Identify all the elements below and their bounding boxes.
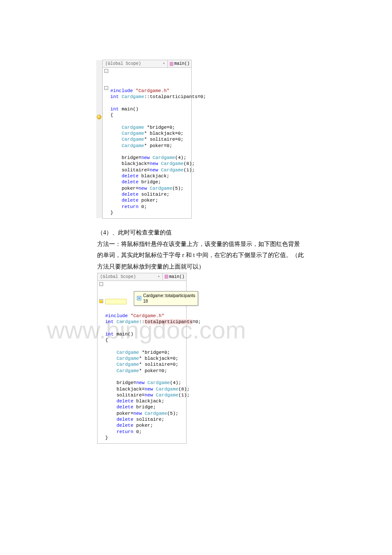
scope-bar: (Global Scope) ▾ main() bbox=[98, 273, 186, 281]
scope-label: (Global Scope) bbox=[105, 61, 141, 66]
scope-dropdown[interactable]: (Global Scope) ▾ bbox=[103, 60, 168, 67]
scope-bar: (Global Scope) ▾ main() bbox=[103, 60, 191, 68]
execution-highlight bbox=[105, 299, 127, 304]
document-text: （4）、此时可检查变量的值 方法一：将鼠标指针悬停在该变量上方，该变量的值将显示… bbox=[97, 227, 319, 272]
collapse-toggle-icon[interactable]: - bbox=[99, 282, 103, 286]
chevron-down-icon: ▾ bbox=[163, 61, 165, 66]
function-dropdown[interactable]: main() bbox=[163, 273, 186, 280]
tooltip-text: Cardgame::totalparticipants 18 bbox=[143, 293, 195, 304]
function-dropdown[interactable]: main() bbox=[168, 60, 191, 67]
variable-tooltip: Cardgame::totalparticipants 18 bbox=[134, 291, 198, 306]
function-icon bbox=[170, 62, 173, 66]
text-line: 方法只要把鼠标放到变量的上面就可以） bbox=[97, 261, 319, 273]
function-icon bbox=[164, 275, 168, 279]
collapse-toggle-icon[interactable]: - bbox=[104, 69, 108, 73]
variable-icon bbox=[137, 296, 141, 301]
function-label: main() bbox=[174, 61, 190, 66]
code-editor-block-2: (Global Scope) ▾ main() - - #include "Ca… bbox=[97, 273, 187, 444]
svg-point-1 bbox=[138, 298, 140, 299]
function-label: main() bbox=[169, 274, 184, 280]
code-editor-block-1: (Global Scope) ▾ main() - - #include "Ca… bbox=[102, 60, 192, 219]
scope-label: (Global Scope) bbox=[100, 274, 136, 280]
text-line: （4）、此时可检查变量的值 bbox=[97, 227, 319, 239]
breakpoint-icon bbox=[97, 115, 101, 119]
scope-dropdown[interactable]: (Global Scope) ▾ bbox=[98, 273, 163, 280]
chevron-down-icon: ▾ bbox=[158, 275, 160, 279]
collapse-toggle-icon[interactable]: - bbox=[104, 86, 108, 90]
gutter bbox=[96, 60, 102, 218]
code-content: - - #include "Cardgame.h" int Cardgame::… bbox=[103, 68, 191, 218]
text-line: 的单词，其实此时鼠标位于字母 r 和 t 中间，在它的右下侧显示了的它值。（此 bbox=[97, 250, 319, 261]
text-line: 方法一：将鼠标指针悬停在该变量上方，该变量的值将显示，如下图红色背景 bbox=[97, 239, 319, 250]
